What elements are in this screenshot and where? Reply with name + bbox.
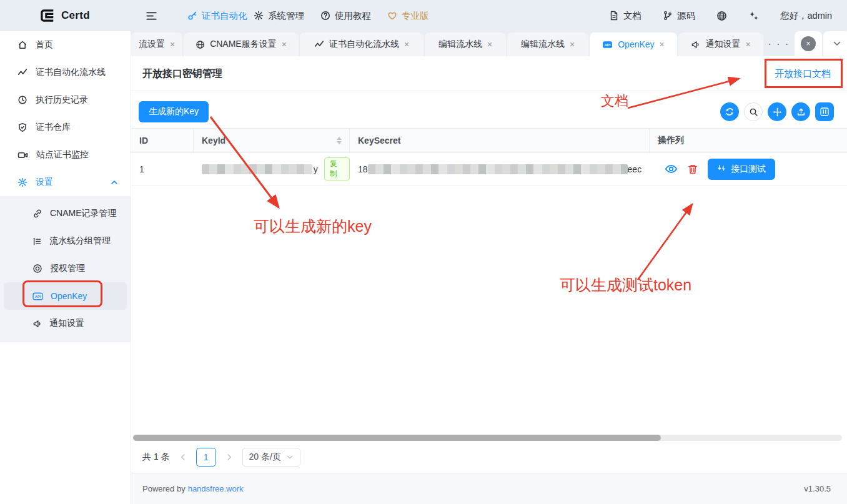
navbar-right: 文档 源码 — [609, 0, 832, 31]
pagination: 共 1 条 1 20 条/页 — [142, 445, 300, 470]
column-header-keyid[interactable]: KeyId — [194, 129, 350, 152]
handsfree-link[interactable]: handsfree.work — [188, 484, 244, 493]
close-icon[interactable]: × — [487, 40, 492, 49]
sidebar-item-cert-repo[interactable]: 证书仓库 — [0, 114, 131, 141]
main-content: 开放接口密钥管理 开放接口文档 生成新的Key — [131, 56, 847, 504]
sidebar-item-notify-settings[interactable]: 通知设置 — [0, 310, 131, 337]
export-button[interactable] — [791, 102, 810, 121]
cell-actions: 接口测试 — [650, 159, 847, 180]
sidebar-item-site-monitor[interactable]: 站点证书监控 — [0, 141, 131, 169]
footer: Powered byhandsfree.work v1.30.5 — [131, 473, 847, 504]
annotation-generate-key: 可以生成新的key — [254, 216, 372, 237]
nav-item-tutorial[interactable]: 使用教程 — [320, 0, 371, 31]
column-header-keysecret: KeySecret — [350, 129, 650, 152]
shield-check-icon — [17, 122, 27, 132]
search-button[interactable] — [744, 102, 763, 121]
gear-icon — [254, 11, 264, 21]
key-icon — [187, 11, 197, 21]
language-globe-icon[interactable] — [716, 11, 727, 21]
tab-truncated-settings[interactable]: 流设置 × — [131, 32, 182, 56]
heart-badge-icon — [387, 11, 397, 21]
app-version: v1.30.5 — [804, 484, 831, 493]
column-header-id: ID — [131, 129, 194, 152]
globe-icon — [196, 40, 205, 49]
sidebar-item-pipelines[interactable]: 证书自动化流水线 — [0, 59, 131, 86]
tab-cert-pipeline[interactable]: 证书自动化流水线 × — [300, 32, 423, 56]
redacted-keysecret — [368, 164, 628, 174]
gear-icon — [17, 177, 27, 187]
tab-bar: 流设置 × CNAME服务设置 × 证书自动化流水线 × 编辑流水线 × — [131, 31, 847, 56]
api-icon: API — [602, 39, 613, 50]
pulse-icon — [314, 39, 324, 49]
column-settings-button[interactable] — [815, 102, 834, 121]
group-list-icon — [32, 237, 42, 246]
cell-id: 1 — [131, 164, 194, 174]
current-page-button[interactable]: 1 — [196, 448, 216, 467]
close-icon[interactable]: × — [745, 40, 750, 49]
chevron-down-icon — [286, 453, 294, 461]
tab-openkey[interactable]: API OpenKey × — [590, 32, 677, 56]
sidebar: 首页 证书自动化流水线 执行历史记录 证书仓库 — [0, 31, 131, 504]
page-title: 开放接口密钥管理 — [142, 56, 222, 91]
refresh-button[interactable] — [720, 102, 739, 121]
view-icon[interactable] — [665, 162, 678, 175]
compact-toggle-button[interactable] — [768, 102, 786, 121]
redacted-keyid — [202, 164, 312, 174]
prev-page-icon[interactable] — [179, 453, 187, 462]
tab-notify-settings[interactable]: 通知设置 × — [678, 32, 763, 56]
close-icon[interactable]: × — [282, 40, 287, 49]
horizontal-scrollbar-thumb[interactable] — [133, 435, 661, 441]
sidebar-item-auth-management[interactable]: 授权管理 — [0, 255, 131, 282]
page-header: 开放接口密钥管理 开放接口文档 — [131, 56, 847, 91]
sidebar-item-history[interactable]: 执行历史记录 — [0, 86, 131, 114]
api-test-button[interactable]: 接口测试 — [708, 159, 775, 180]
generate-key-button[interactable]: 生成新的Key — [139, 101, 209, 122]
nav-item-cert-automation[interactable]: 证书自动化 — [187, 0, 247, 31]
sparkles-icon[interactable] — [748, 11, 759, 21]
openkey-table: ID KeyId KeySecret 操作列 1 y 复制 18 e — [131, 128, 847, 185]
sidebar-item-home[interactable]: 首页 — [0, 31, 131, 59]
annotation-test-token: 可以生成测试token — [560, 275, 691, 295]
copy-tag-button[interactable]: 复制 — [324, 157, 350, 180]
sidebar-item-pipeline-groups[interactable]: 流水线分组管理 — [0, 227, 131, 255]
tab-cname-service[interactable]: CNAME服务设置 × — [184, 32, 299, 56]
sort-icon[interactable] — [337, 137, 342, 144]
table-toolbar — [720, 102, 834, 121]
bolt-download-icon — [717, 164, 726, 174]
tab-edit-pipeline-2[interactable]: 编辑流水线 × — [507, 32, 588, 56]
sidebar-item-cname-records[interactable]: CNAME记录管理 — [0, 200, 131, 227]
chevron-up-icon — [111, 179, 118, 186]
tab-edit-pipeline-1[interactable]: 编辑流水线 × — [425, 32, 506, 56]
page-size-select[interactable]: 20 条/页 — [242, 448, 300, 467]
close-icon[interactable]: × — [570, 40, 575, 49]
sidebar-item-settings[interactable]: 设置 — [0, 169, 131, 196]
nav-item-pro-edition[interactable]: 专业版 — [387, 0, 429, 31]
sidebar-collapse-icon[interactable] — [144, 8, 159, 23]
cell-keysecret: 18 eec — [350, 164, 650, 174]
user-greeting[interactable]: 您好，admin — [780, 10, 832, 22]
close-all-tabs-button[interactable]: × — [795, 31, 822, 56]
brand-name: Certd — [61, 9, 90, 22]
nav-link-source[interactable]: 源码 — [663, 10, 695, 22]
tabs-more-icon[interactable]: · · · — [765, 32, 793, 56]
home-icon — [17, 40, 27, 50]
certd-app: Certd 证书自动化 系统管理 — [0, 0, 847, 504]
target-icon — [32, 264, 42, 274]
link-icon — [32, 209, 42, 219]
close-icon[interactable]: × — [660, 40, 665, 49]
open-api-doc-link[interactable]: 开放接口文档 — [775, 56, 831, 91]
sidebar-item-openkey[interactable]: API OpenKey — [4, 282, 127, 310]
table-row: 1 y 复制 18 eec — [131, 153, 847, 185]
svg-text:API: API — [35, 294, 41, 298]
doc-icon — [609, 11, 619, 21]
brand[interactable]: Certd — [39, 0, 90, 31]
delete-icon[interactable] — [687, 164, 698, 175]
nav-link-docs[interactable]: 文档 — [609, 10, 641, 22]
tabs-dropdown-button[interactable] — [823, 31, 847, 56]
next-page-icon[interactable] — [225, 453, 234, 462]
close-icon[interactable]: × — [404, 40, 409, 49]
nav-item-system-admin[interactable]: 系统管理 — [254, 0, 304, 31]
video-monitor-icon — [17, 150, 28, 161]
svg-text:API: API — [605, 42, 611, 46]
close-icon[interactable]: × — [170, 40, 175, 49]
